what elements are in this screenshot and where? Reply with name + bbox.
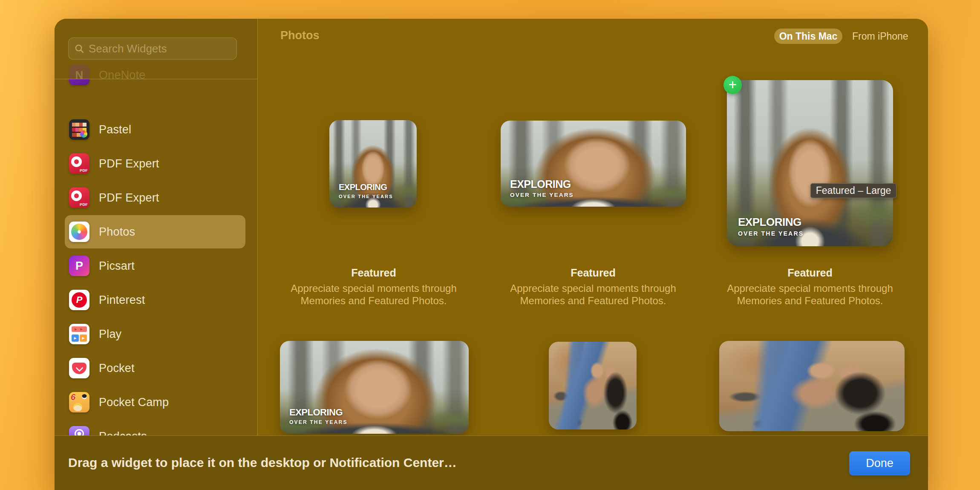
pdf-ring-glyph (71, 156, 82, 167)
pdf-badge-text: PDF (80, 202, 88, 207)
sidebar-item-label: Pinterest (99, 294, 145, 307)
widget-featured-large[interactable]: EXPLORING OVER THE YEARS (727, 80, 893, 246)
memory-overlay: EXPLORING OVER THE YEARS (738, 216, 804, 237)
widget-featured-small[interactable]: EXPLORING OVER THE YEARS (329, 120, 417, 208)
pinterest-icon: P (69, 290, 89, 310)
pdf-expert-icon: PDF (69, 187, 89, 208)
memory-photo-preview (719, 341, 905, 431)
widget-description: Appreciate special moments through Memor… (506, 282, 680, 307)
page-title: Photos (280, 29, 320, 42)
sidebar-item-label: Pocket Camp (99, 396, 169, 409)
widget-gallery-window: N OneNote Pastel PDF PDF Expert PDF PDF … (55, 19, 928, 490)
sidebar-item-pocket-camp[interactable]: 6 Pocket Camp (65, 386, 245, 419)
search-icon (75, 44, 84, 54)
sidebar-divider (257, 19, 258, 435)
widget-size-tooltip: Featured – Large (810, 183, 896, 198)
play-tile-top (72, 326, 87, 332)
pocket-camp-icon: 6 (69, 392, 89, 412)
memory-overlay: EXPLORING OVER THE YEARS (339, 183, 393, 199)
widget-label-large: Featured Appreciate special moments thro… (723, 267, 897, 307)
photos-icon (69, 222, 89, 242)
pocket-icon (69, 358, 89, 378)
memory-title: EXPLORING (510, 179, 574, 190)
tab-on-this-mac[interactable]: On This Mac (774, 29, 842, 44)
drag-hint-text: Drag a widget to place it on the desktop… (68, 455, 457, 470)
sidebar-item-pocket[interactable]: Pocket (65, 352, 245, 385)
sidebar-item-label: Pocket (99, 362, 135, 375)
penguin-glyph (82, 394, 87, 399)
pdf-expert-icon: PDF (69, 153, 89, 174)
widget-label-medium: Featured Appreciate special moments thro… (506, 267, 680, 307)
sidebar-item-pdf-expert-2[interactable]: PDF PDF Expert (65, 181, 245, 214)
tab-from-iphone[interactable]: From iPhone (852, 29, 908, 44)
sidebar-item-pdf-expert-1[interactable]: PDF PDF Expert (65, 147, 245, 180)
color-wheel-icon (80, 130, 87, 138)
memory-title: EXPLORING (289, 407, 348, 417)
sidebar-search-header (55, 19, 257, 79)
search-input[interactable] (89, 42, 231, 55)
sidebar-item-play[interactable]: Play (65, 317, 245, 351)
memory-title: EXPLORING (738, 216, 804, 228)
sidebar-item-label: Pastel (99, 123, 131, 136)
pocket-chevron-glyph (72, 363, 86, 374)
search-field[interactable] (68, 37, 237, 60)
play-tile-orange (80, 334, 87, 342)
sidebar-item-label: Photos (99, 225, 135, 239)
memory-subtitle: OVER THE YEARS (738, 230, 804, 237)
dog-face-glyph (73, 403, 82, 411)
sidebar-item-photos[interactable]: Photos (65, 215, 245, 248)
sidebar: N OneNote Pastel PDF PDF Expert PDF PDF … (55, 19, 257, 435)
photos-pinwheel-glyph (71, 224, 87, 240)
pdf-ring-glyph (71, 190, 82, 201)
footer-bar: Drag a widget to place it on the desktop… (55, 435, 928, 490)
play-tile-blue (72, 334, 79, 342)
memory-subtitle: OVER THE YEARS (510, 192, 574, 198)
memory-overlay: EXPLORING OVER THE YEARS (510, 179, 574, 198)
widget-title: Featured (506, 267, 680, 279)
pinterest-p-glyph: P (72, 292, 87, 308)
pastel-icon (69, 119, 89, 140)
widget-description: Appreciate special moments through Memor… (723, 282, 897, 307)
widget-label-small: Featured Appreciate special moments thro… (286, 267, 461, 307)
sidebar-item-label: Play (99, 328, 121, 341)
memory-subtitle: OVER THE YEARS (339, 194, 393, 199)
memory-overlay: EXPLORING OVER THE YEARS (289, 407, 348, 425)
sidebar-item-label: PDF Expert (99, 157, 159, 170)
sidebar-item-pastel[interactable]: Pastel (65, 113, 245, 146)
widget-memories-medium[interactable]: EXPLORING OVER THE YEARS (280, 341, 469, 434)
done-button[interactable]: Done (849, 451, 910, 476)
widget-title: Featured (723, 267, 897, 279)
widget-featured-medium[interactable]: EXPLORING OVER THE YEARS (501, 121, 686, 207)
anniversary-badge: 6 (71, 392, 75, 402)
widget-description: Appreciate special moments through Memor… (286, 282, 461, 307)
sidebar-item-label: Picsart (99, 259, 135, 273)
add-widget-button[interactable]: + (723, 76, 742, 94)
memory-photo-preview (549, 342, 637, 429)
widget-memories-small[interactable] (549, 342, 637, 429)
memory-title: EXPLORING (339, 183, 393, 192)
memory-subtitle: OVER THE YEARS (289, 419, 348, 425)
sidebar-item-label: PDF Expert (99, 191, 159, 205)
pdf-badge-text: PDF (80, 168, 88, 173)
picsart-icon: P (69, 256, 89, 276)
sidebar-item-picsart[interactable]: P Picsart (65, 249, 245, 282)
widget-memories-wide[interactable] (719, 341, 905, 431)
widget-title: Featured (286, 267, 461, 279)
play-icon (69, 324, 89, 344)
sidebar-item-pinterest[interactable]: P Pinterest (65, 283, 245, 317)
